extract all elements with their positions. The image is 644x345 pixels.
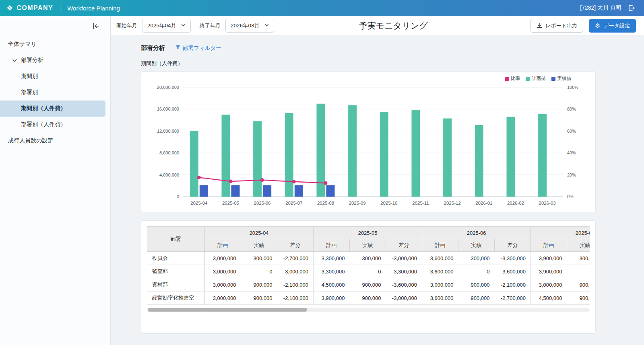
end-month-value: 2026年03月: [231, 22, 260, 29]
value-cell: -3,300,000: [386, 265, 422, 278]
svg-text:2025-06: 2025-06: [254, 201, 271, 205]
value-cell: 0: [458, 265, 495, 278]
value-cell: 900,000: [458, 292, 495, 305]
value-cell: 900,000: [567, 292, 590, 305]
value-cell: 3,900,000: [531, 265, 567, 278]
svg-text:2025-08: 2025-08: [317, 201, 334, 205]
value-cell: 3,000,000: [205, 292, 241, 305]
table-row: 資材部3,000,000900,000-2,100,0004,500,00090…: [147, 278, 590, 292]
table-subheader: 差分: [495, 239, 531, 252]
chart-legend: 比率計画値実績値: [148, 76, 589, 82]
value-cell: 3,900,000: [314, 292, 350, 305]
value-cell: -3,000,000: [386, 252, 422, 265]
department-filter-link[interactable]: 部署フィルター: [175, 45, 221, 52]
content-area: 部署分析 部署フィルター 期間別（人件費） 比率計画値実績値 04,000,00…: [111, 35, 644, 345]
value-cell: -2,100,000: [277, 278, 314, 292]
end-month-select[interactable]: 2026年03月: [225, 19, 274, 33]
logout-icon[interactable]: [628, 4, 635, 12]
brand-name: COMPANY: [17, 4, 53, 12]
value-cell: 300,000: [350, 252, 386, 265]
value-cell: 3,000,000: [205, 252, 241, 265]
svg-text:0: 0: [177, 194, 179, 199]
report-export-button[interactable]: レポート出力: [530, 19, 583, 33]
value-cell: 3,000,000: [531, 278, 567, 292]
value-cell: 3,000,000: [205, 278, 241, 292]
chevron-down-icon: [264, 23, 269, 29]
value-cell: -3,600,000: [495, 265, 531, 278]
start-month-label: 開始年月: [116, 22, 137, 29]
svg-text:20%: 20%: [567, 172, 576, 177]
svg-text:100%: 100%: [567, 85, 578, 90]
table-header-department: 部署: [147, 227, 205, 252]
sidebar-collapse-button[interactable]: [90, 21, 101, 32]
value-cell: 3,600,000: [422, 292, 458, 305]
value-cell: 300,000: [458, 252, 495, 265]
app-header: ❖ COMPANY Workforce Planning [7282] 大川 真…: [0, 0, 644, 16]
table-header-month: 2025-07: [531, 227, 590, 239]
value-cell: -2,100,000: [277, 292, 314, 305]
gear-icon: ⚙: [595, 23, 600, 29]
svg-text:2025-05: 2025-05: [222, 201, 239, 205]
table-subheader: 計画: [205, 239, 241, 252]
svg-text:2025-09: 2025-09: [349, 201, 366, 205]
value-cell: 0: [350, 265, 386, 278]
value-cell: 3,600,000: [422, 265, 458, 278]
sidebar-item-department-analysis[interactable]: 部署分析: [0, 52, 110, 68]
value-cell: 3,000,000: [205, 265, 241, 278]
value-cell: -2,100,000: [495, 278, 531, 292]
table-subheader: 実績: [241, 239, 277, 252]
sidebar-item-by-department[interactable]: 部署別: [0, 84, 110, 101]
value-cell: 900,000: [241, 278, 277, 292]
svg-text:2025-07: 2025-07: [285, 201, 302, 205]
svg-text:2025-04: 2025-04: [190, 201, 208, 205]
value-cell: -3,600,000: [386, 278, 422, 292]
value-cell: 300,000: [567, 252, 590, 265]
table-row: 役員会3,000,000300,000-2,700,0003,300,00030…: [147, 252, 590, 265]
table-header-month: 2025-05: [314, 227, 422, 239]
data-settings-button[interactable]: ⚙ データ設定: [589, 19, 636, 33]
start-month-select[interactable]: 2025年04月: [142, 19, 191, 33]
sidebar-item-headcount-setting[interactable]: 成行人員数の設定: [0, 133, 110, 149]
value-cell: 4,500,000: [531, 292, 567, 305]
svg-text:0%: 0%: [567, 194, 574, 199]
value-cell: 900,000: [241, 292, 277, 305]
value-cell: 3,600,000: [422, 252, 458, 265]
table-subheader: 実績: [458, 239, 495, 252]
legend-item: 比率: [505, 76, 520, 82]
svg-text:8,000,000: 8,000,000: [159, 150, 179, 155]
svg-text:2026-01: 2026-01: [475, 201, 492, 205]
main-area: 開始年月 2025年04月 終了年月 2026年03月 予実モニタリング: [111, 16, 644, 345]
svg-text:2025-12: 2025-12: [444, 201, 461, 205]
chevron-down-icon: [12, 58, 17, 63]
value-cell: 900,000: [567, 278, 590, 292]
table-subheader: 計画: [314, 239, 350, 252]
value-cell: 0: [241, 265, 277, 278]
table-scrollbar-track[interactable]: [147, 308, 590, 312]
sidebar-item-by-department-labor-cost[interactable]: 部署別（人件費）: [0, 117, 110, 133]
sidebar-item-by-period-labor-cost[interactable]: 期間別（人件費）: [0, 101, 105, 117]
table-subheader: 実績: [350, 239, 386, 252]
sidebar-item-overall-summary[interactable]: 全体サマリ: [0, 36, 110, 52]
svg-text:2026-03: 2026-03: [539, 201, 556, 205]
page-title: 予実モニタリング: [359, 20, 428, 31]
value-cell: -2,700,000: [277, 252, 314, 265]
value-cell: 3,300,000: [314, 265, 350, 278]
svg-text:40%: 40%: [567, 150, 576, 155]
table-row: 監査部3,000,0000-3,000,0003,300,0000-3,300,…: [147, 265, 590, 278]
section-title: 部署分析: [141, 44, 165, 52]
svg-text:80%: 80%: [567, 107, 576, 111]
value-cell: -3,000,000: [386, 292, 422, 305]
table-subheader: 差分: [277, 239, 314, 252]
download-icon: [537, 23, 542, 29]
company-logo-icon: ❖: [6, 4, 13, 12]
value-cell: 3,000,000: [422, 278, 458, 292]
value-cell: -2,700,000: [495, 292, 531, 305]
sidebar-item-by-period[interactable]: 期間別: [0, 68, 110, 84]
table-scrollbar-thumb[interactable]: [148, 308, 307, 312]
app-root: ❖ COMPANY Workforce Planning [7282] 大川 真…: [0, 0, 644, 345]
table-scroll-area[interactable]: 部署2025-042025-052025-062025-07計画実績差分計画実績…: [147, 226, 590, 305]
value-cell: 900,000: [350, 278, 386, 292]
value-cell: 4,500,000: [314, 278, 350, 292]
department-name-cell: 経営効率化推進室: [147, 292, 205, 305]
filter-icon: [175, 45, 180, 51]
